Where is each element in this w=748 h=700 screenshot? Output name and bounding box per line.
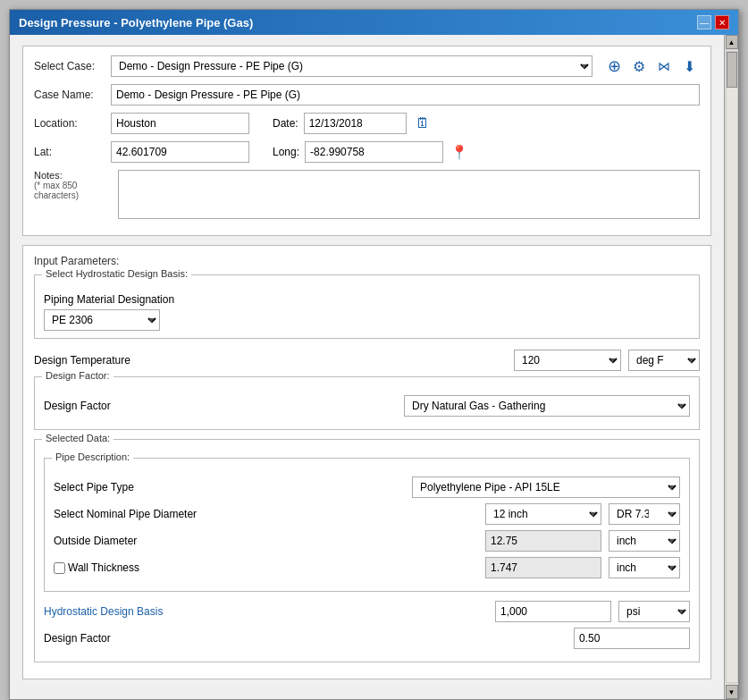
- nominal-pipe-row: Select Nominal Pipe Diameter 12 inch 6 i…: [54, 503, 680, 525]
- select-case-row: Select Case: Demo - Design Pressure - PE…: [34, 55, 700, 77]
- scroll-down-btn[interactable]: ▼: [726, 685, 738, 699]
- design-factor2-label: Design Factor: [44, 632, 111, 645]
- add-icon[interactable]: ⊕: [603, 55, 625, 77]
- title-bar: Design Pressure - Polyethylene Pipe (Gas…: [10, 10, 738, 35]
- top-section: Select Case: Demo - Design Pressure - PE…: [22, 46, 711, 236]
- design-factor-select[interactable]: Dry Natural Gas - Gathering Wet Natural …: [404, 395, 690, 417]
- wall-thickness-unit-wrapper: inch mm: [609, 557, 680, 578]
- location-label: Location:: [34, 117, 105, 130]
- piping-material-select[interactable]: PE 2306 PE 3408 PE 4710: [44, 309, 160, 331]
- dr-select[interactable]: DR 7.3 DR 9 DR 11: [609, 503, 680, 525]
- long-label: Long:: [273, 146, 299, 158]
- hydrostatic-basis-unit-select[interactable]: psi kPa: [618, 601, 690, 622]
- design-temp-wrapper: 120 100 140: [514, 350, 621, 371]
- wall-thickness-row: Wall Thickness inch mm: [54, 557, 680, 578]
- wall-thickness-input: [485, 557, 601, 578]
- pipe-type-label: Select Pipe Type: [54, 481, 134, 493]
- dr-wrapper: DR 7.3 DR 9 DR 11: [609, 503, 680, 525]
- design-factor2-input[interactable]: [574, 628, 690, 649]
- select-case-label: Select Case:: [34, 60, 105, 72]
- nominal-pipe-wrapper: 12 inch 6 inch 8 inch: [485, 503, 601, 525]
- nominal-pipe-select[interactable]: 12 inch 6 inch 8 inch: [485, 503, 601, 525]
- calendar-icon[interactable]: 🗓: [412, 113, 433, 134]
- wall-thickness-label: Wall Thickness: [68, 561, 139, 574]
- pipe-type-row: Select Pipe Type Polyethylene Pipe - API…: [54, 477, 680, 498]
- case-name-label: Case Name:: [34, 89, 105, 101]
- hydrostatic-basis-row: Hydrostatic Design Basis psi kPa: [44, 601, 690, 622]
- wall-thickness-checkbox[interactable]: [54, 562, 65, 574]
- date-input[interactable]: [304, 113, 407, 134]
- pipe-type-select[interactable]: Polyethylene Pipe - API 15LE HDPE Pipe: [412, 477, 680, 498]
- lat-input[interactable]: [111, 141, 249, 163]
- design-temp-select[interactable]: 120 100 140: [514, 350, 621, 371]
- lat-label: Lat:: [34, 146, 105, 158]
- outside-dia-unit-wrapper: inch mm: [609, 530, 680, 552]
- long-input[interactable]: [305, 141, 443, 163]
- title-bar-buttons: — ✕: [697, 15, 729, 30]
- main-area: Select Case: Demo - Design Pressure - PE…: [10, 35, 724, 699]
- case-name-row: Case Name:: [34, 84, 700, 105]
- date-label: Date:: [273, 117, 298, 130]
- scrollbar[interactable]: ▲ ▼: [724, 35, 738, 699]
- gear-icon[interactable]: ⚙: [628, 55, 650, 77]
- hydrostatic-group-title: Select Hydrostatic Design Basis:: [42, 268, 191, 279]
- piping-material-label: Piping Material Designation: [44, 293, 690, 306]
- input-params-title: Input Parameters:: [34, 255, 700, 267]
- select-case-wrapper: Demo - Design Pressure - PE Pipe (G): [111, 55, 593, 77]
- design-factor-group-title: Design Factor:: [42, 370, 113, 381]
- location-input[interactable]: [111, 113, 249, 134]
- hydrostatic-group: Select Hydrostatic Design Basis: Piping …: [34, 274, 700, 339]
- notes-row: Notes: (* max 850 characters): [34, 170, 700, 219]
- lat-long-row: Lat: Long: 📍: [34, 141, 700, 163]
- location-pin-icon[interactable]: 📍: [449, 141, 470, 163]
- select-case-dropdown[interactable]: Demo - Design Pressure - PE Pipe (G): [111, 55, 593, 77]
- scroll-up-btn[interactable]: ▲: [726, 35, 738, 49]
- notes-sub: (* max 850 characters): [34, 181, 113, 200]
- download-icon[interactable]: ⬇: [678, 55, 700, 77]
- pipe-desc-inner: Select Pipe Type Polyethylene Pipe - API…: [54, 471, 680, 578]
- window-title: Design Pressure - Polyethylene Pipe (Gas…: [19, 16, 253, 30]
- outside-dia-input: [485, 530, 601, 552]
- hydrostatic-basis-input[interactable]: [495, 601, 611, 622]
- selected-data-inner: Pipe Description: Select Pipe Type: [44, 452, 690, 649]
- input-params-section: Input Parameters: Select Hydrostatic Des…: [22, 245, 711, 679]
- share-icon[interactable]: ⋈: [653, 55, 675, 77]
- hydrostatic-group-inner: Piping Material Designation PE 2306 PE 3…: [44, 288, 690, 331]
- outside-dia-label: Outside Diameter: [54, 535, 137, 547]
- design-factor2-row: Design Factor: [44, 628, 690, 649]
- scroll-track: [726, 51, 738, 683]
- design-factor-inner: Design Factor Dry Natural Gas - Gatherin…: [44, 390, 690, 417]
- notes-textarea[interactable]: [118, 170, 700, 219]
- minimize-button[interactable]: —: [697, 15, 711, 30]
- wall-thickness-checkbox-wrapper: Wall Thickness: [54, 561, 139, 574]
- pipe-desc-title: Pipe Description:: [52, 451, 133, 462]
- selected-data-group: Selected Data: Pipe Description: Select …: [34, 439, 700, 662]
- selected-data-title: Selected Data:: [42, 433, 113, 443]
- design-factor-wrapper: Dry Natural Gas - Gathering Wet Natural …: [404, 395, 690, 417]
- hydrostatic-basis-unit-wrapper: psi kPa: [618, 601, 690, 622]
- scroll-thumb[interactable]: [727, 52, 737, 88]
- nominal-pipe-label: Select Nominal Pipe Diameter: [54, 508, 197, 520]
- hydrostatic-basis-label: Hydrostatic Design Basis: [44, 605, 163, 618]
- notes-label-group: Notes: (* max 850 characters): [34, 170, 113, 200]
- pipe-desc-group: Pipe Description: Select Pipe Type: [44, 458, 690, 592]
- design-factor-group: Design Factor: Design Factor Dry Natural…: [34, 376, 700, 430]
- outside-dia-unit-select[interactable]: inch mm: [609, 530, 680, 552]
- location-date-row: Location: Date: 🗓: [34, 113, 700, 134]
- action-icons: ⊕ ⚙ ⋈ ⬇: [603, 55, 700, 77]
- design-temp-label: Design Temperature: [34, 354, 130, 367]
- wall-thickness-unit-select[interactable]: inch mm: [609, 557, 680, 578]
- case-name-input[interactable]: [111, 84, 700, 105]
- design-temp-row: Design Temperature 120 100 140 deg F: [34, 350, 700, 371]
- outside-dia-row: Outside Diameter inch mm: [54, 530, 680, 552]
- content-area: Select Case: Demo - Design Pressure - PE…: [10, 35, 724, 699]
- main-window: Design Pressure - Polyethylene Pipe (Gas…: [9, 9, 739, 700]
- piping-material-wrapper: PE 2306 PE 3408 PE 4710: [44, 309, 160, 331]
- design-temp-unit-wrapper: deg F deg C: [628, 350, 700, 371]
- close-button[interactable]: ✕: [715, 15, 729, 30]
- design-factor-row: Design Factor Dry Natural Gas - Gatherin…: [44, 395, 690, 417]
- notes-label: Notes:: [34, 170, 113, 181]
- design-factor-label: Design Factor: [44, 400, 111, 412]
- layout: Select Case: Demo - Design Pressure - PE…: [10, 35, 738, 699]
- design-temp-unit-select[interactable]: deg F deg C: [628, 350, 700, 371]
